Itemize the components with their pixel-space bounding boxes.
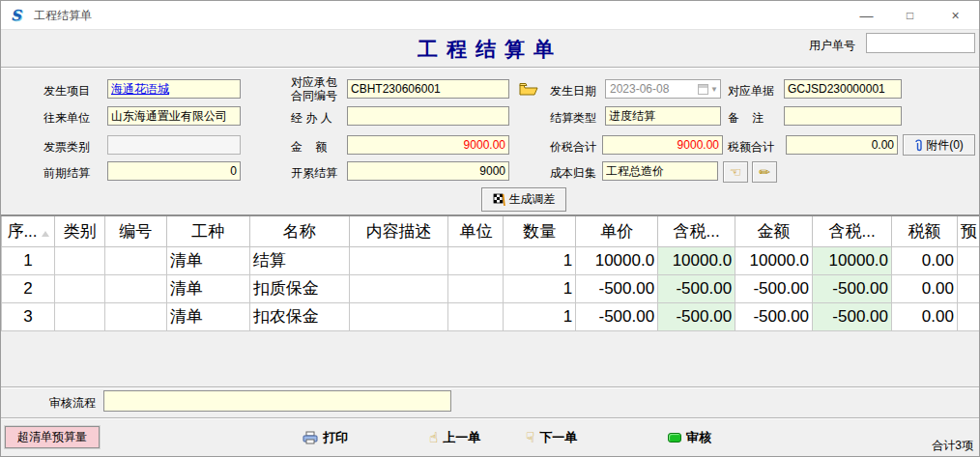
user-no-input[interactable] xyxy=(866,33,975,53)
audit-divider xyxy=(1,386,979,388)
remark-input[interactable] xyxy=(784,106,902,126)
table-cell[interactable] xyxy=(54,302,104,330)
table-cell[interactable]: 清单 xyxy=(166,302,249,330)
handler-input[interactable] xyxy=(347,106,509,126)
table-cell[interactable]: 扣农保金 xyxy=(249,302,349,330)
table-cell[interactable] xyxy=(448,302,504,330)
table-cell[interactable]: 3 xyxy=(2,302,55,330)
table-cell[interactable] xyxy=(54,246,104,274)
table-cell[interactable] xyxy=(957,246,980,274)
column-header[interactable]: 含税... xyxy=(813,216,892,246)
table-cell[interactable]: -500.00 xyxy=(658,274,735,302)
table-cell[interactable]: 1 xyxy=(504,274,576,302)
table-cell[interactable]: -500.00 xyxy=(813,274,892,302)
column-header[interactable]: 单位 xyxy=(448,216,504,246)
column-header[interactable]: 预 xyxy=(957,216,980,246)
dropdown-arrow-icon[interactable]: ▼ xyxy=(710,85,718,94)
audit-button[interactable]: 审核 xyxy=(668,428,711,447)
column-header[interactable]: 内容描述 xyxy=(349,216,448,246)
table-row: 1清单结算110000.010000.010000.010000.00.00 xyxy=(2,246,980,274)
table-cell[interactable]: 10000.0 xyxy=(813,246,892,274)
table-cell[interactable] xyxy=(349,274,448,302)
accum-settle-label: 开累结算 xyxy=(291,165,337,182)
table-cell[interactable] xyxy=(957,274,980,302)
audit-flow-label: 审核流程 xyxy=(49,395,96,412)
table-cell[interactable] xyxy=(448,246,504,274)
table-cell[interactable]: 2 xyxy=(2,274,55,302)
total-with-tax-input[interactable] xyxy=(602,135,723,155)
tax-total-input[interactable] xyxy=(786,135,898,155)
over-budget-button[interactable]: 超清单预算量 xyxy=(5,426,100,448)
detail-grid-area: 序...类别编号工种名称内容描述单位数量单价含税...金额含税...税额预 1清… xyxy=(1,216,980,386)
attachment-button[interactable]: 附件(0) xyxy=(903,134,975,156)
table-cell[interactable]: 1 xyxy=(504,246,576,274)
column-header[interactable]: 税额 xyxy=(892,216,958,246)
prev-doc-button[interactable]: ☝ 上一单 xyxy=(429,428,480,447)
column-header[interactable]: 序... xyxy=(2,216,55,246)
table-cell[interactable] xyxy=(54,274,104,302)
print-button[interactable]: 打印 xyxy=(303,428,348,447)
column-header[interactable]: 类别 xyxy=(54,216,104,246)
table-cell[interactable]: -500.00 xyxy=(735,274,813,302)
column-header[interactable]: 名称 xyxy=(249,216,349,246)
cost-collect-label: 成本归集 xyxy=(550,165,596,182)
table-cell[interactable]: 0.00 xyxy=(892,246,958,274)
cost-edit-button[interactable]: ✏ xyxy=(752,161,777,183)
table-cell[interactable]: -500.00 xyxy=(813,302,892,330)
table-cell[interactable] xyxy=(104,246,166,274)
table-cell[interactable]: 10000.0 xyxy=(735,246,813,274)
column-header[interactable]: 数量 xyxy=(504,216,576,246)
contract-input[interactable] xyxy=(347,79,509,99)
table-cell[interactable]: -500.00 xyxy=(576,274,658,302)
settle-type-input[interactable] xyxy=(605,106,721,126)
table-cell[interactable]: 0.00 xyxy=(892,302,958,330)
table-row: 3清单扣农保金1-500.00-500.00-500.00-500.000.00 xyxy=(2,302,980,330)
column-header[interactable]: 金额 xyxy=(735,216,813,246)
table-cell[interactable]: 扣质保金 xyxy=(249,274,349,302)
table-cell[interactable]: 清单 xyxy=(166,246,249,274)
column-header[interactable]: 含税... xyxy=(658,216,735,246)
column-header[interactable]: 工种 xyxy=(166,216,249,246)
printer-icon xyxy=(303,431,318,444)
table-cell[interactable]: 清单 xyxy=(166,274,249,302)
table-cell[interactable]: 10000.0 xyxy=(658,246,735,274)
table-cell[interactable]: -500.00 xyxy=(735,302,813,330)
table-header-row: 序...类别编号工种名称内容描述单位数量单价含税...金额含税...税额预 xyxy=(2,216,980,246)
maximize-button[interactable]: □ xyxy=(888,1,932,30)
point-left-icon: ☜ xyxy=(730,164,742,180)
column-header[interactable]: 编号 xyxy=(104,216,166,246)
cost-collect-input[interactable] xyxy=(602,161,718,181)
generate-adjust-button[interactable]: 生成调差 xyxy=(481,187,566,212)
table-cell[interactable]: 1 xyxy=(2,246,55,274)
contract-label: 对应承包合同编号 xyxy=(291,75,337,102)
table-cell[interactable]: 0.00 xyxy=(892,274,958,302)
table-cell[interactable] xyxy=(957,302,980,330)
minimize-button[interactable]: — xyxy=(845,1,888,30)
prev-settle-input[interactable] xyxy=(107,161,241,181)
amount-input[interactable] xyxy=(347,135,509,155)
date-input[interactable]: 2023-06-08 ▼ xyxy=(605,79,721,99)
accum-settle-input[interactable] xyxy=(347,161,509,181)
table-cell[interactable]: 结算 xyxy=(249,246,349,274)
table-cell[interactable]: -500.00 xyxy=(658,302,735,330)
next-doc-button[interactable]: ☟ 下一单 xyxy=(526,428,577,447)
audit-flow-input[interactable] xyxy=(103,390,451,412)
table-cell[interactable]: 1 xyxy=(504,302,576,330)
folder-icon[interactable] xyxy=(519,81,538,100)
table-row: 2清单扣质保金1-500.00-500.00-500.00-500.000.00 xyxy=(2,274,980,302)
close-button[interactable]: × xyxy=(932,1,979,30)
table-cell[interactable] xyxy=(104,302,166,330)
project-input[interactable] xyxy=(107,79,241,99)
table-cell[interactable]: 10000.0 xyxy=(576,246,658,274)
remark-label: 备 注 xyxy=(728,110,764,127)
table-cell[interactable] xyxy=(349,246,448,274)
table-cell[interactable] xyxy=(349,302,448,330)
calendar-icon xyxy=(698,84,708,95)
table-cell[interactable] xyxy=(104,274,166,302)
unit-input[interactable] xyxy=(107,106,241,126)
column-header[interactable]: 单价 xyxy=(576,216,658,246)
cost-pick-button[interactable]: ☜ xyxy=(723,161,748,183)
doc-no-input[interactable] xyxy=(784,79,902,99)
table-cell[interactable] xyxy=(448,274,504,302)
table-cell[interactable]: -500.00 xyxy=(576,302,658,330)
